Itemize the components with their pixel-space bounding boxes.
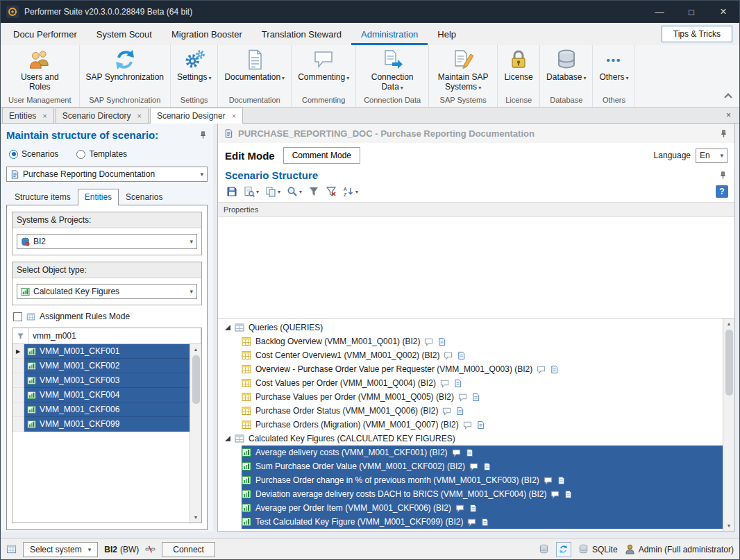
commenting-button[interactable]: Commenting▾ [298,49,349,83]
tabstrip-close-button[interactable]: × [726,110,738,123]
tree-item[interactable]: Cost Values per Order (VMM_M001_Q004) (B… [218,376,723,390]
tree-item[interactable]: Purchase Order Status (VMM_M001_Q006) (B… [218,404,723,418]
sap-synchronization-button[interactable]: SAP Synchronization [86,49,165,83]
scrollbar-thumb[interactable] [192,355,200,404]
menu-help[interactable]: Help [428,23,466,45]
comment-icon[interactable] [463,421,472,430]
tree-item[interactable]: Backlog Overview (VMM_M001_Q001) (BI2) [218,334,723,348]
grid-scrollbar[interactable]: ▲ ▼ [190,344,201,523]
collapse-triangle-icon[interactable] [225,325,230,330]
close-icon[interactable]: × [137,112,142,120]
radio-templates[interactable]: Templates [76,149,127,159]
document-icon[interactable] [482,462,491,471]
menu-migration-booster[interactable]: Migration Booster [162,23,252,45]
scenario-combo[interactable]: Purchase Reporting Documentation ▾ [6,167,208,182]
connection-data-button[interactable]: Connection Data▾ [362,49,422,92]
zoom-button[interactable]: ▾ [285,185,304,198]
clear-filter-button[interactable] [323,185,339,198]
sort-button[interactable]: ▾ [341,185,360,198]
pin-icon[interactable] [199,130,208,139]
license-button[interactable]: License [504,49,533,83]
grid-row[interactable]: VMM_M001_CKF003 [12,373,190,388]
document-icon[interactable] [480,518,489,527]
minimize-button[interactable]: — [644,1,675,23]
language-combo[interactable]: En ▾ [696,149,728,163]
tree-item[interactable]: Purchase Values per Order (VMM_M001_Q005… [218,390,723,404]
document-icon[interactable] [476,421,485,430]
tree-item[interactable]: Purchase Orders (Migration) (VMM_M001_Q0… [218,418,723,432]
grid-filter-input[interactable] [29,328,201,343]
comment-icon[interactable] [544,476,553,485]
tips-tricks-button[interactable]: Tips & Tricks [662,26,732,42]
tab-structure-items[interactable]: Structure items [8,189,78,205]
help-button[interactable]: ? [716,185,728,198]
scroll-up-icon[interactable]: ▲ [190,344,201,355]
grid-row[interactable]: VMM_M001_CKF004 [12,388,190,402]
tree-group-queries[interactable]: Queries (QUERIES) [218,321,723,334]
database-button[interactable]: Database▾ [546,49,586,83]
collapse-triangle-icon[interactable] [225,436,230,441]
comment-mode-button[interactable]: Comment Mode [283,147,360,164]
maintain-sap-systems-button[interactable]: Maintain SAP Systems▾ [435,49,491,92]
scroll-down-icon[interactable]: ▼ [190,512,201,523]
current-user[interactable]: Admin (Full administrator) [625,544,734,554]
copy-button[interactable]: ▾ [263,185,283,198]
grid-row[interactable]: VMM_M001_CKF099 [12,417,190,432]
scrollbar-thumb[interactable] [725,330,733,396]
grid-row[interactable]: ▶ VMM_M001_CKF001 [12,344,190,359]
close-icon[interactable]: × [232,112,236,120]
users-and-roles-button[interactable]: Users and Roles [7,49,73,92]
database-icon[interactable] [539,544,549,554]
chevron-down-icon[interactable]: ▾ [720,152,723,159]
connect-button[interactable]: Connect [162,542,215,557]
tree-item[interactable]: Deviation average delivery costs DACH to… [218,487,723,501]
system-combo[interactable]: BI2 ▾ [17,234,197,249]
tab-scenarios-panel[interactable]: Scenarios [119,189,169,205]
preview-button[interactable]: ▾ [242,185,261,198]
assignment-rules-mode-toggle[interactable]: Assignment Rules Mode [13,312,202,321]
comment-icon[interactable] [455,504,464,513]
comment-icon[interactable] [452,448,461,457]
tab-scenario-directory[interactable]: Scenario Directory × [56,108,149,123]
tab-scenario-designer[interactable]: Scenario Designer × [150,108,243,124]
filter-button[interactable] [306,185,321,198]
radio-scenarios[interactable]: Scenarios [9,149,58,159]
scroll-up-icon[interactable]: ▲ [723,319,734,329]
pin-icon[interactable] [719,129,728,138]
checkbox-icon[interactable] [13,312,22,321]
chevron-down-icon[interactable]: ▾ [200,171,203,178]
filter-funnel-icon[interactable] [12,328,29,343]
chevron-down-icon[interactable]: ▾ [190,288,193,295]
comment-icon[interactable] [458,393,467,402]
menu-docu-performer[interactable]: Docu Performer [3,23,87,45]
document-icon[interactable] [557,476,566,485]
ribbon-collapse-button[interactable] [724,93,732,101]
comment-icon[interactable] [444,351,453,360]
tree-item[interactable]: Test Calculated Key Figure (VMM_M001_CKF… [218,515,723,529]
document-icon[interactable] [457,351,466,360]
maximize-button[interactable]: □ [675,1,707,23]
document-icon[interactable] [465,448,474,457]
document-icon[interactable] [437,337,446,346]
log-grid-icon[interactable] [6,544,17,554]
tree-item[interactable]: Purchase Order change in % of previous m… [218,473,723,487]
tree-scrollbar[interactable]: ▲ ▼ [723,319,734,531]
tree-item[interactable]: Cost Center Overview1 (VMM_M001_Q002) (B… [218,348,723,362]
comment-icon[interactable] [537,365,546,374]
menu-translation-steward[interactable]: Translation Steward [252,23,351,45]
document-icon[interactable] [550,365,559,374]
document-icon[interactable] [564,490,573,499]
tree-group-calculated-key-figures[interactable]: Calculated Key Figures (CALCULATED KEY F… [218,432,723,446]
document-icon[interactable] [471,393,480,402]
settings-button[interactable]: Settings▾ [177,49,211,83]
comment-icon[interactable] [440,379,449,388]
comment-icon[interactable] [467,518,476,527]
documentation-button[interactable]: Documentation▾ [224,49,285,83]
scroll-down-icon[interactable]: ▼ [723,520,734,531]
tree-item[interactable]: Overview - Purchase Order Value per Requ… [218,362,723,376]
sync-button[interactable] [556,542,571,557]
comment-icon[interactable] [469,462,478,471]
tab-entities-panel[interactable]: Entities [78,189,119,205]
close-icon[interactable]: × [42,112,47,120]
menu-system-scout[interactable]: System Scout [87,23,162,45]
